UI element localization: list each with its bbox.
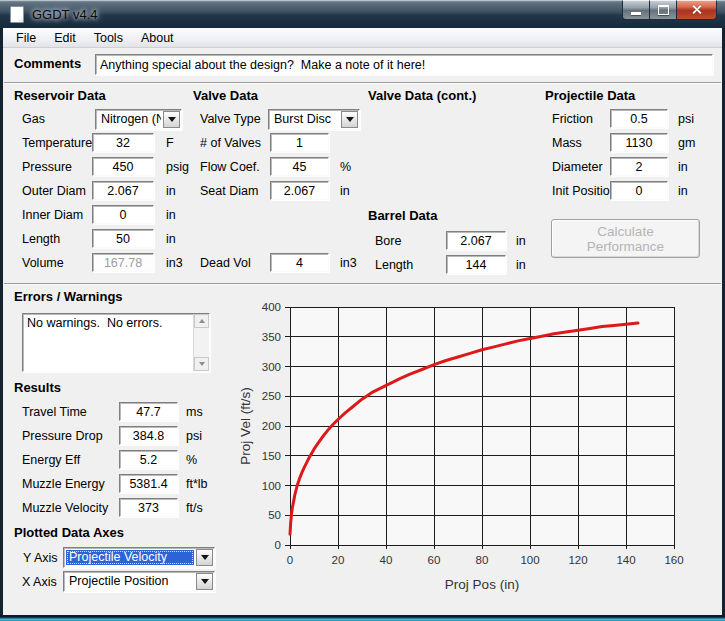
maximize-icon [658,5,669,15]
projectile-data-header: Projectile Data [545,88,635,103]
reservoir-length-input[interactable] [92,229,154,248]
x-axis-label: X Axis [22,575,57,589]
svg-text:250: 250 [262,390,281,402]
menu-tools[interactable]: Tools [85,29,132,47]
pressure-label: Pressure [22,160,72,174]
errors-warnings-header: Errors / Warnings [14,289,123,304]
reservoir-data-header: Reservoir Data [14,88,106,103]
divider [4,283,721,285]
travel-time-output[interactable] [119,402,178,421]
svg-text:Proj Vel (ft/s): Proj Vel (ft/s) [238,387,253,464]
x-axis-combo-button[interactable] [196,573,213,590]
divider [4,82,721,84]
scrollbar[interactable] [193,314,209,371]
outer-diam-input[interactable] [92,181,154,200]
svg-text:160: 160 [664,554,683,566]
svg-text:150: 150 [262,450,281,462]
x-axis-combo-value: Projectile Position [66,574,194,589]
arrow-up-icon [199,316,205,323]
diameter-input[interactable] [610,157,668,176]
title-bar: GGDT v4.4 [0,0,725,28]
menu-edit[interactable]: Edit [45,29,85,47]
init-position-label: Init Position [552,184,617,198]
travel-time-label: Travel Time [22,405,87,419]
app-window: GGDT v4.4 File Edit Tools About Comments… [0,0,725,621]
pressure-input[interactable] [92,157,154,176]
bore-label: Bore [375,234,401,248]
svg-text:20: 20 [332,554,345,566]
friction-unit: psi [678,112,694,126]
svg-text:Proj Pos (in): Proj Pos (in) [445,577,519,592]
temperature-input[interactable] [92,133,154,152]
seat-diam-input[interactable] [270,181,329,200]
temperature-label: Temperature [22,136,92,150]
svg-text:40: 40 [380,554,393,566]
svg-text:120: 120 [568,554,587,566]
travel-time-unit: ms [186,405,203,419]
muzzle-energy-output[interactable] [119,474,178,493]
scroll-up-button[interactable] [194,314,209,328]
seat-diam-unit: in [340,184,350,198]
volume-unit: in3 [166,256,183,270]
dead-vol-input[interactable] [270,253,329,272]
init-position-unit: in [678,184,688,198]
energy-eff-output[interactable] [119,450,178,469]
app-icon [10,6,24,23]
scroll-down-button[interactable] [194,357,209,371]
arrow-down-icon [199,362,205,369]
valve-type-label: Valve Type [200,112,261,126]
close-button[interactable] [676,0,717,20]
valve-data-cont-header: Valve Data (cont.) [368,88,476,103]
friction-input[interactable] [610,109,668,128]
barrel-length-input[interactable] [446,255,506,274]
flow-coef-label: Flow Coef. [200,160,260,174]
svg-text:80: 80 [476,554,489,566]
calculate-performance-button[interactable]: Calculate Performance [551,219,700,258]
flow-coef-input[interactable] [270,157,329,176]
barrel-length-unit: in [516,258,526,272]
barrel-data-header: Barrel Data [368,208,437,223]
valve-data-header: Valve Data [193,88,258,103]
muzzle-velocity-label: Muzzle Velocity [22,501,108,515]
valve-type-combo[interactable]: Burst Disc [268,109,360,130]
plotted-data-axes-header: Plotted Data Axes [14,525,124,540]
pressure-drop-unit: psi [186,429,202,443]
pressure-drop-output[interactable] [119,426,178,445]
inner-diam-input[interactable] [92,205,154,224]
menu-bar: File Edit Tools About [3,28,722,48]
svg-text:0: 0 [287,554,293,566]
chevron-down-icon [346,117,354,126]
menu-file[interactable]: File [7,29,45,47]
y-axis-combo[interactable]: Projectile Velocity [63,547,215,568]
chevron-down-icon [201,555,209,564]
mass-input[interactable] [610,133,668,152]
gas-combo-button[interactable] [163,111,180,128]
svg-text:400: 400 [262,301,281,313]
comments-input[interactable] [95,54,713,75]
minimize-button[interactable] [622,0,650,20]
minimize-icon [631,12,641,15]
inner-diam-label: Inner Diam [22,208,83,222]
init-position-input[interactable] [610,181,668,200]
dead-vol-unit: in3 [340,256,357,270]
inner-diam-unit: in [166,208,176,222]
pressure-unit: psig [166,160,189,174]
dead-vol-label: Dead Vol [200,256,251,270]
friction-label: Friction [552,112,593,126]
y-axis-combo-button[interactable] [196,549,213,566]
mass-label: Mass [552,136,582,150]
menu-about[interactable]: About [132,29,183,47]
barrel-length-label: Length [375,258,413,272]
bore-input[interactable] [446,231,506,250]
errors-warnings-box[interactable]: No warnings. No errors. [22,313,210,372]
performance-chart: 0204060801001201401600501001502002503003… [238,293,722,621]
y-axis-combo-value: Projectile Velocity [66,550,194,565]
num-valves-input[interactable] [270,133,329,152]
flow-coef-unit: % [340,160,351,174]
seat-diam-label: Seat Diam [200,184,258,198]
x-axis-combo[interactable]: Projectile Position [63,571,215,592]
valve-type-combo-button[interactable] [341,111,358,128]
gas-combo[interactable]: Nitrogen (N2) [95,109,182,130]
muzzle-velocity-output[interactable] [119,498,178,517]
maximize-button[interactable] [650,0,676,20]
